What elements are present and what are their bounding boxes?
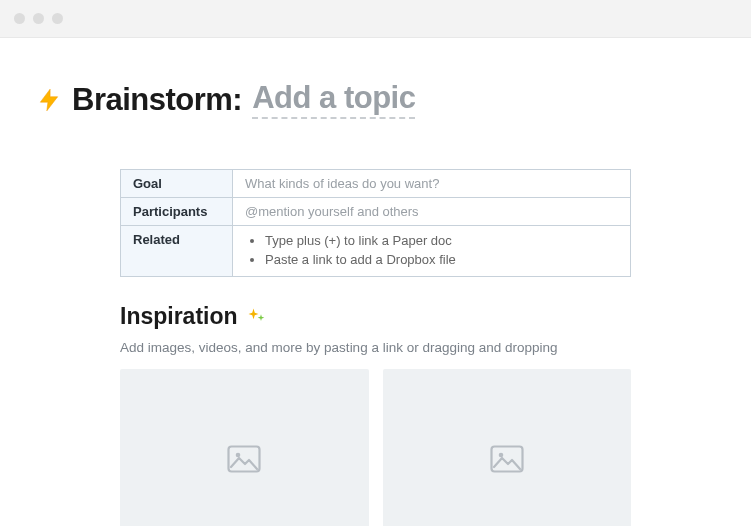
media-drop-row <box>120 369 631 526</box>
meta-label-related: Related <box>121 226 233 277</box>
meta-label-participants: Participants <box>121 198 233 226</box>
table-row: Related Type plus (+) to link a Paper do… <box>121 226 631 277</box>
window-close-button[interactable] <box>14 13 25 24</box>
media-drop-zone[interactable] <box>120 369 369 526</box>
meta-participants-input[interactable]: @mention yourself and others <box>233 198 631 226</box>
window-maximize-button[interactable] <box>52 13 63 24</box>
bolt-icon <box>36 87 62 113</box>
meta-section: Goal What kinds of ideas do you want? Pa… <box>36 169 715 526</box>
svg-point-1 <box>236 452 241 457</box>
window-minimize-button[interactable] <box>33 13 44 24</box>
title-topic-input[interactable]: Add a topic <box>252 80 415 119</box>
meta-goal-input[interactable]: What kinds of ideas do you want? <box>233 170 631 198</box>
meta-table: Goal What kinds of ideas do you want? Pa… <box>120 169 631 277</box>
inspiration-subtext: Add images, videos, and more by pasting … <box>120 340 631 355</box>
list-item: Paste a link to add a Dropbox file <box>265 251 618 270</box>
inspiration-section: Inspiration Add images, videos, and more… <box>120 303 631 526</box>
list-item: Type plus (+) to link a Paper doc <box>265 232 618 251</box>
table-row: Participants @mention yourself and other… <box>121 198 631 226</box>
image-placeholder-icon <box>490 445 524 473</box>
title-prefix: Brainstorm: <box>72 82 242 118</box>
section-heading: Inspiration <box>120 303 631 330</box>
related-hint-list: Type plus (+) to link a Paper doc Paste … <box>245 232 618 270</box>
page-title: Brainstorm: Add a topic <box>36 80 715 119</box>
svg-point-3 <box>498 452 503 457</box>
window-titlebar <box>0 0 751 38</box>
image-placeholder-icon <box>227 445 261 473</box>
media-drop-zone[interactable] <box>383 369 632 526</box>
sparkles-icon <box>246 306 266 326</box>
document-body: Brainstorm: Add a topic Goal What kinds … <box>0 38 751 526</box>
inspiration-heading-text: Inspiration <box>120 303 238 330</box>
meta-related-input[interactable]: Type plus (+) to link a Paper doc Paste … <box>233 226 631 277</box>
table-row: Goal What kinds of ideas do you want? <box>121 170 631 198</box>
meta-label-goal: Goal <box>121 170 233 198</box>
